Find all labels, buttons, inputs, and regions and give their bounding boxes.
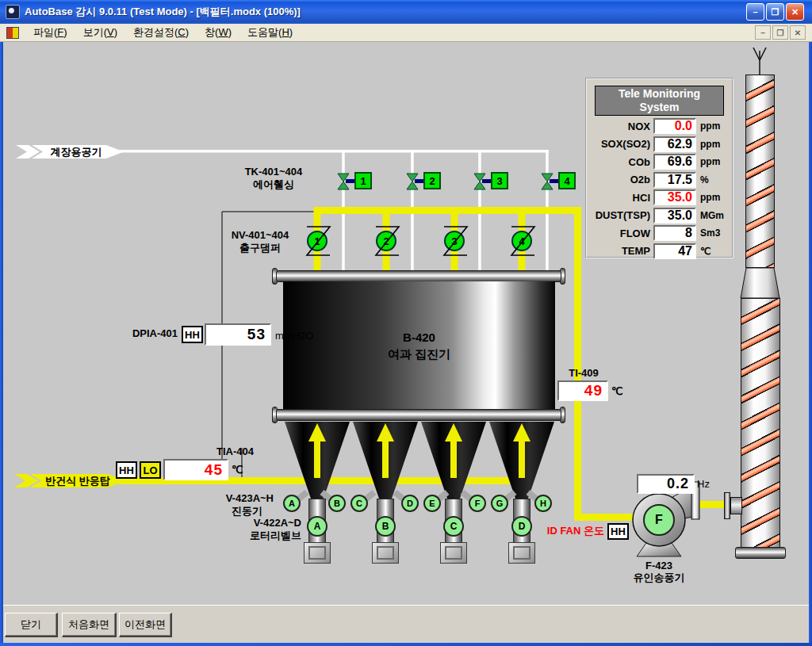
tia-404-tag: TIA-404 (190, 445, 254, 458)
bottom-nav-strip: 닫기 처음화면 이전화면 (3, 605, 809, 643)
outlet-damper-2[interactable]: 2 (376, 231, 396, 251)
nav-previous-button[interactable]: 이전화면 (119, 613, 172, 637)
monitor-row-unit: ppm (700, 139, 720, 150)
dpia-401-unit: mmH2O (275, 330, 313, 342)
monitor-row-label: NOX (588, 120, 650, 132)
monitor-row-value: 62.9 (668, 137, 695, 151)
nv-group-name: 출구댐퍼 (220, 242, 300, 254)
vibrator-e[interactable]: E (423, 495, 441, 512)
monitor-row-value-box[interactable]: 69.6 (653, 154, 696, 170)
monitor-row-value-box[interactable]: 47 (653, 243, 696, 259)
fan-symbol[interactable]: F (643, 504, 675, 536)
fan-name: 유인송풍기 (627, 571, 691, 584)
dpia-401-value-box[interactable]: 53 (205, 323, 271, 346)
monitor-row-value: 69.6 (668, 155, 695, 169)
fan-speed-unit: Hz (697, 478, 710, 491)
tk-valve-4[interactable]: 4 (558, 172, 576, 189)
vibrator-b[interactable]: B (328, 495, 346, 512)
outlet-damper-3[interactable]: 3 (444, 231, 465, 251)
stack-antenna-icon (753, 48, 766, 75)
tia-404-hh-badge: HH (116, 461, 137, 479)
monitor-row-cob: COb69.6ppm (588, 153, 732, 171)
monitor-row-label: HCl (588, 192, 650, 204)
monitor-row-temp: TEMP47℃ (588, 243, 732, 261)
ti-409-value-box[interactable]: 49 (557, 380, 608, 401)
fan-speed-value-box[interactable]: 0.2 (637, 474, 695, 494)
monitor-row-o2b: O2b17.5% (588, 171, 732, 189)
ti-409-value: 49 (584, 382, 607, 399)
rotary-valve-b[interactable]: B (375, 516, 396, 537)
stack-taper (741, 268, 779, 298)
stack-base-flange (735, 547, 786, 559)
vibrator-f[interactable]: F (469, 495, 486, 512)
nav-home-button[interactable]: 처음화면 (62, 613, 117, 637)
nv-group-label: NV-401~404 출구댐퍼 (220, 229, 300, 254)
monitor-row-value: 8 (685, 226, 695, 240)
monitor-row-unit: ℃ (700, 246, 710, 257)
baghouse-code: B-420 (403, 331, 435, 344)
rotary-valve-name: 로터리벨브 (228, 529, 301, 542)
monitor-panel-title: Tele Monitoring System (595, 86, 724, 116)
monitor-row-value: 0.0 (675, 119, 695, 133)
tk-group-name: 에어췔싱 (234, 178, 313, 191)
dpia-401-tag: DPIA-401 (117, 327, 178, 340)
monitor-row-value: 35.0 (668, 208, 695, 223)
monitor-row-value-box[interactable]: 8 (653, 225, 696, 241)
application-window: AutoBase 감시 9.0.11 (Test Mode) - [백필터.mo… (0, 0, 812, 646)
tk-group-code: TK-401~404 (234, 166, 313, 178)
dpia-401-hh-badge: HH (182, 326, 203, 343)
tk-valve-2[interactable]: 2 (423, 172, 441, 189)
monitor-row-label: COb (588, 156, 650, 168)
monitor-row-value: 17.5 (668, 173, 695, 187)
monitor-panel-title-line1: Tele Monitoring (619, 87, 700, 101)
vibrator-d[interactable]: D (401, 495, 419, 512)
tank-bottom-flange (276, 409, 561, 421)
tia-404-value: 45 (205, 461, 227, 479)
hopper-discharge-1 (304, 542, 331, 564)
monitor-panel-rows: NOX0.0ppm SOX(SO2)62.9ppm COb69.6ppm O2b… (588, 117, 732, 260)
monitor-row-value-box[interactable]: 17.5 (653, 172, 696, 188)
monitor-row-label: TEMP (588, 245, 650, 257)
id-fan-temp-hh-badge: HH (607, 523, 629, 540)
stack-lower-section (741, 298, 780, 549)
outlet-header-pipe (314, 207, 581, 214)
nav-close-button[interactable]: 닫기 (5, 613, 58, 637)
rotary-valve-c[interactable]: C (443, 516, 464, 537)
fan-discharge-pipe (696, 501, 728, 508)
tia-404-unit: ℃ (232, 464, 243, 476)
vibrator-g[interactable]: G (491, 495, 508, 512)
tank-top-flange (276, 270, 561, 282)
monitor-row-unit: ppm (700, 120, 720, 132)
baghouse-name: 여과 집진기 (388, 348, 450, 361)
stack-inlet-flange (724, 492, 730, 519)
monitor-row-unit: MGm (700, 210, 724, 221)
monitor-row-label: O2b (588, 174, 650, 185)
dpia-401-value: 53 (247, 326, 270, 343)
rotary-valve-d[interactable]: D (511, 516, 532, 537)
rotary-valve-a[interactable]: A (307, 516, 327, 537)
hopper-discharge-4 (508, 542, 535, 564)
stack-upper-section (745, 75, 775, 268)
monitor-row-value: 35.0 (668, 190, 695, 205)
monitor-row-value-box[interactable]: 35.0 (653, 208, 696, 224)
tia-404-value-box[interactable]: 45 (163, 459, 228, 480)
monitor-row-dust: DUST(TSP)35.0MGm (588, 207, 732, 225)
vibrator-h[interactable]: H (534, 495, 552, 512)
monitor-row-hcl: HCl35.0ppm (588, 189, 732, 207)
tk-valve-3[interactable]: 3 (491, 172, 508, 189)
monitor-row-value-box[interactable]: 35.0 (653, 189, 696, 205)
tk-valve-1[interactable]: 1 (354, 172, 372, 189)
monitor-row-unit: ppm (700, 192, 720, 203)
baghouse-tank[interactable]: B-420 여과 집진기 (283, 281, 555, 410)
outlet-damper-1[interactable]: 1 (307, 231, 327, 251)
tia-404-lo-badge: LO (140, 461, 161, 479)
monitor-row-value-box[interactable]: 62.9 (653, 136, 696, 152)
fan-code: F-423 (627, 560, 691, 572)
vibrator-c[interactable]: C (350, 495, 368, 512)
rotary-valve-group-label: V-422A~D 로터리벨브 (228, 517, 301, 542)
monitor-row-value-box[interactable]: 0.0 (653, 118, 696, 134)
outlet-damper-4[interactable]: 4 (511, 231, 532, 251)
vibrator-a[interactable]: A (283, 495, 301, 512)
monitor-row-unit: ppm (700, 156, 720, 167)
tk-group-label: TK-401~404 에어췔싱 (234, 166, 313, 191)
